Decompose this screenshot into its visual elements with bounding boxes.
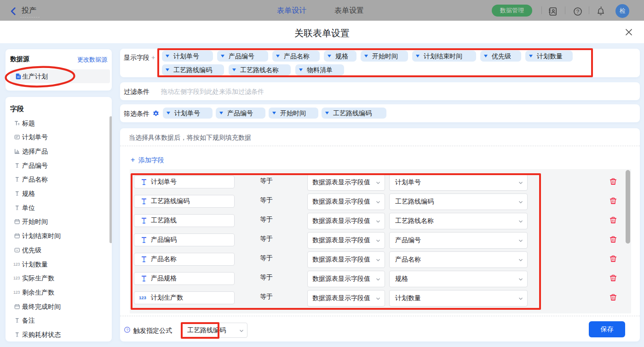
- svg-text:?: ?: [576, 9, 579, 14]
- svg-text:?: ?: [126, 328, 128, 332]
